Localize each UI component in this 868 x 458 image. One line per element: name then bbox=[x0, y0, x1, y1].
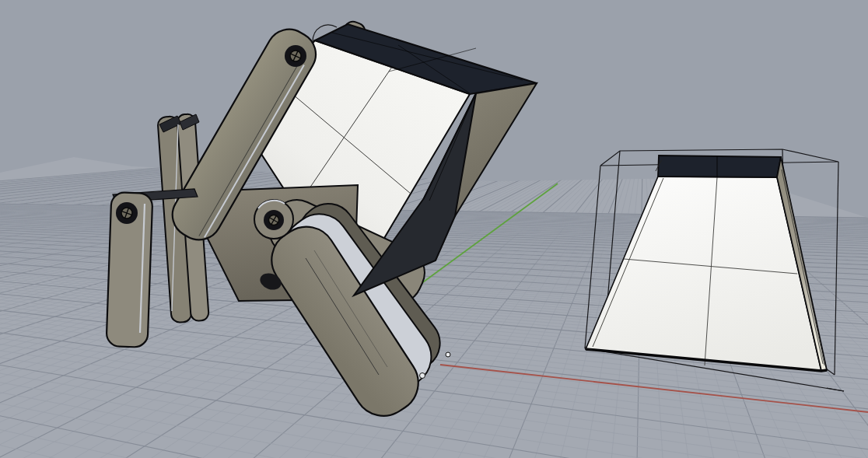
leg-tip-highlight-2 bbox=[446, 352, 450, 357]
pivot-screw-mid[interactable] bbox=[264, 210, 284, 230]
cad-viewport[interactable] bbox=[0, 0, 868, 458]
wedge-top-face[interactable] bbox=[658, 156, 781, 177]
pivot-screw-left[interactable] bbox=[116, 202, 138, 224]
leg-tip-highlight-1 bbox=[420, 373, 425, 379]
pivot-screw-top[interactable] bbox=[285, 45, 306, 67]
viewport-canvas[interactable] bbox=[0, 0, 868, 458]
